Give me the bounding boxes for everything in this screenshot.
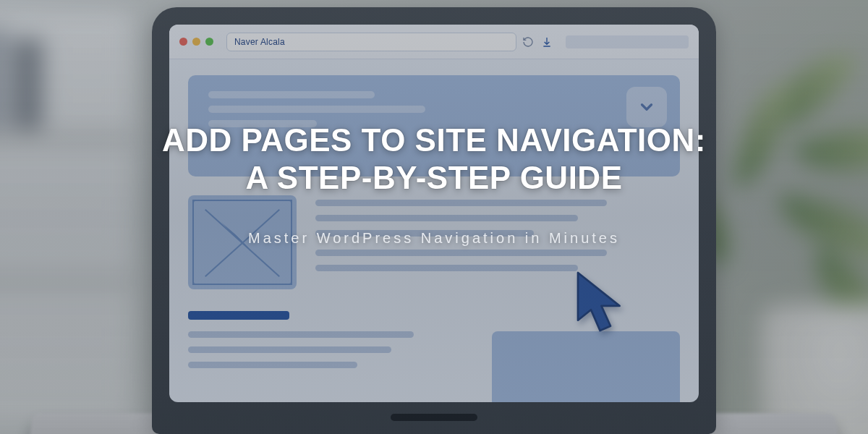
placeholder-line <box>315 215 578 221</box>
browser-action-icons <box>522 36 553 48</box>
placeholder-line <box>208 91 375 98</box>
address-bar: Naver Alcala <box>226 33 516 51</box>
hero-banner: Naver Alcala <box>0 0 868 434</box>
placeholder-line <box>315 250 607 256</box>
laptop-screen: Naver Alcala <box>169 25 699 402</box>
wireframe-text-block <box>188 331 470 402</box>
laptop-mockup: Naver Alcala <box>152 7 716 434</box>
book <box>14 39 43 129</box>
close-window-icon <box>179 38 187 46</box>
placeholder-line <box>315 200 607 206</box>
laptop-hinge <box>391 414 477 421</box>
wireframe-card <box>492 331 680 402</box>
chevron-down-icon <box>637 98 656 116</box>
browser-chrome: Naver Alcala <box>169 25 699 59</box>
hero-title-line1: ADD PAGES TO SITE NAVIGATION: <box>0 122 868 159</box>
window-controls <box>179 38 213 46</box>
hero-title: ADD PAGES TO SITE NAVIGATION: A STEP-BY-… <box>0 122 868 197</box>
accent-bar <box>188 311 289 320</box>
hero-subtitle: Master WordPress Navigation in Minutes <box>0 230 868 247</box>
shelf-edge <box>0 273 132 290</box>
address-text: Naver Alcala <box>234 37 285 47</box>
refresh-icon <box>522 36 534 48</box>
browser-toolbar-placeholder <box>566 35 689 48</box>
maximize-window-icon <box>205 38 213 46</box>
download-icon <box>541 36 553 48</box>
placeholder-line <box>188 331 414 338</box>
minimize-window-icon <box>192 38 200 46</box>
cursor-pointer-icon <box>571 269 637 341</box>
placeholder-line <box>208 106 425 113</box>
placeholder-line <box>188 362 357 368</box>
book <box>0 27 9 129</box>
placeholder-line <box>188 346 391 353</box>
hero-title-line2: A STEP-BY-STEP GUIDE <box>0 159 868 197</box>
placeholder-line <box>315 265 578 271</box>
